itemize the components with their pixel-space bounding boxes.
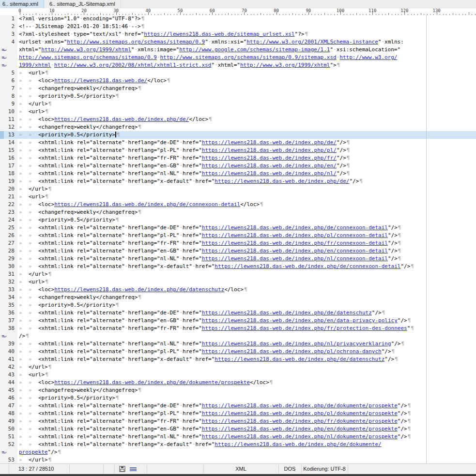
code-line-text[interactable]: »<url>¶ — [17, 69, 476, 77]
code-line-text[interactable]: »»<changefreq>weekly</changefreq>¶ — [17, 123, 476, 131]
url-link[interactable]: https://lewens218.das-web.de/index.php/e… — [202, 317, 398, 324]
code-line-text[interactable]: »»<xhtml:link·rel="alternate"·hreflang="… — [17, 348, 476, 356]
code-line-text[interactable]: »</url>¶ — [17, 363, 476, 371]
code-line-text[interactable]: »»<changefreq>weekly</changefreq>¶ — [17, 387, 476, 394]
code-line-text[interactable]: »</url>¶ — [17, 100, 476, 108]
code-line-text[interactable]: »»<loc>https://lewens218.das-web.de/inde… — [17, 201, 476, 208]
code-line-text[interactable]: »»<changefreq>weekly</changefreq>¶ — [17, 208, 476, 216]
url-link[interactable]: https://lewens218.das-web.de/index.php/n… — [202, 433, 398, 440]
url-link[interactable]: https://lewens218.das-web.de/index.php/d… — [215, 263, 400, 269]
url-link[interactable]: https://lewens218.das-web.de/index.php/p… — [202, 232, 388, 238]
code-line-text[interactable]: http://www.sitemaps.org/schemas/sitemap/… — [17, 54, 476, 61]
code-line-text[interactable]: »»<xhtml:link·rel="alternate"·hreflang="… — [17, 162, 476, 170]
code-line-text[interactable]: »»<xhtml:link·rel="alternate"·hreflang="… — [17, 255, 476, 263]
url-link[interactable]: http://www.w3.org/2001/XMLSchema-instanc… — [246, 39, 378, 45]
code-line-text[interactable]: »»<xhtml:link·rel="alternate"·hreflang="… — [17, 147, 476, 154]
code-line-text[interactable]: »»<xhtml:link·rel="alternate"·hreflang="… — [17, 325, 476, 332]
code-line-text[interactable]: »»<xhtml:link·rel="alternate"·hreflang="… — [17, 247, 476, 255]
url-link[interactable]: https://lewens218.das-web.de/index.php/d… — [54, 286, 224, 293]
url-link[interactable]: https://lewens218.das-web.de/index.php/e… — [202, 163, 337, 169]
url-link[interactable]: http://www.w3.org/2002/08/xhtml/xhtml1-s… — [54, 62, 212, 68]
code-line-text[interactable]: »»<loc>https://lewens218.das-web.de/inde… — [17, 286, 476, 294]
code-line-text[interactable]: <!--·JLSitemap·2021-01-20·18:51:46·-->¶ — [17, 23, 476, 30]
code-line-text[interactable]: />¶ — [17, 332, 476, 340]
code-line-text[interactable]: »<url>¶ — [17, 108, 476, 116]
code-line-text[interactable]: »»<loc>https://lewens218.das-web.de/</lo… — [17, 77, 476, 85]
url-link[interactable]: https://lewens218.das-web.de/index.php/d… — [202, 224, 388, 231]
code-line-text[interactable]: »»<xhtml:link·rel="alternate"·hreflang="… — [17, 417, 476, 425]
code-line-text[interactable]: »»<loc>https://lewens218.das-web.de/inde… — [17, 379, 476, 387]
tab-2[interactable]: 6.. sitemap_JL-Sitemap.xml — [44, 0, 121, 8]
url-link[interactable]: https://lewens218.das-web.de/index.php/d… — [215, 356, 384, 362]
code-line-text[interactable]: »»<xhtml:link·rel="alternate"·hreflang="… — [17, 224, 476, 232]
code-line-text[interactable]: »»<priority>0.5</priority>¶ — [17, 92, 476, 100]
url-link[interactable]: http://www.w3.org/1999/xhtml — [41, 46, 131, 53]
code-line-text[interactable]: <?xml-stylesheet·type="text/xsl"·href="h… — [17, 30, 476, 38]
code-line-text[interactable]: »</url>¶ — [17, 270, 476, 278]
code-line-text[interactable]: prospekte"/>¶ — [17, 448, 476, 456]
url-link[interactable]: prospekte — [19, 449, 48, 455]
url-link[interactable]: https://lewens218.das-web.de/index.php/p… — [202, 410, 398, 416]
url-link[interactable]: https://lewens218.das-web.de/index.php/p… — [202, 348, 382, 355]
code-line-text[interactable]: »»<changefreq>weekly</changefreq>¶ — [17, 294, 476, 301]
url-link[interactable]: http://www.sitemaps.org/schemas/sitemap/… — [19, 54, 157, 60]
code-line-text[interactable]: »»<xhtml:link·rel="alternate"·hreflang="… — [17, 402, 476, 410]
code-line-text[interactable]: »»<changefreq>weekly</changefreq>¶ — [17, 85, 476, 92]
url-link[interactable]: http://www.sitemaps.org/schemas/sitemap/… — [67, 39, 205, 45]
url-link[interactable]: https://lewens218.das-web.de/index.php/d… — [202, 402, 398, 409]
code-line-text[interactable]: »</url>¶ — [17, 185, 476, 193]
code-line-text[interactable]: »»<priority>0.5</priority>¶ — [17, 301, 476, 309]
code-line-text[interactable]: xhtml="http://www.w3.org/1999/xhtml"·xml… — [17, 46, 476, 54]
code-line-text[interactable]: »»<xhtml:link·rel="alternate"·hreflang="… — [17, 139, 476, 147]
code-line-text[interactable]: »»<xhtml:link·rel="alternate"·hreflang="… — [17, 309, 476, 317]
code-line-text[interactable]: »»<priority>0.5</priority>¶ — [17, 131, 476, 139]
url-link[interactable]: https://lewens218.das-web.de/index.php/d… — [202, 310, 372, 316]
code-line-text[interactable]: »<url>¶ — [17, 193, 476, 201]
code-line-text[interactable]: <?xml·version="1.0"·encoding="UTF-8"?>¶ — [17, 15, 476, 23]
code-line-text[interactable]: »»<xhtml:link·rel="alternate"·hreflang="… — [17, 239, 476, 247]
code-line-text[interactable]: »»<xhtml:link·rel="alternate"·hreflang="… — [17, 170, 476, 178]
url-link[interactable]: https://lewens218.das-web.de/index.php/d… — [54, 201, 240, 208]
url-link[interactable]: https://lewens218.das-web.de/index.php/e… — [202, 248, 388, 254]
url-link[interactable]: http://www.sitemaps.org/schemas/sitemap/… — [160, 54, 336, 60]
url-link[interactable]: 1999/xhtml — [19, 62, 51, 68]
code-line-text[interactable]: 1999/xhtml·http://www.w3.org/2002/08/xht… — [17, 61, 476, 69]
url-link[interactable]: https://lewens218.das-web.de/index.php/n… — [202, 170, 337, 177]
code-line-text[interactable]: »»<xhtml:link·rel="alternate"·hreflang="… — [17, 178, 476, 185]
code-editor[interactable]: 1<?xml·version="1.0"·encoding="UTF-8"?>¶… — [0, 15, 476, 463]
url-link[interactable]: http://www.google.com/schemas/sitemap-im… — [179, 46, 330, 53]
url-link[interactable]: https://lewens218.das-web.de/index.php/d… — [54, 116, 189, 122]
url-link[interactable]: https://lewens218.das-web.de/ — [54, 77, 147, 84]
code-line-text[interactable]: »»<xhtml:link·rel="alternate"·hreflang="… — [17, 410, 476, 417]
code-line-text[interactable]: »»<xhtml:link·rel="alternate"·hreflang="… — [17, 425, 476, 433]
url-link[interactable]: https://lewens218.das-web.de/index.php/e… — [202, 426, 398, 432]
url-link[interactable]: https://lewens218.das-web.de/index.php/n… — [202, 255, 388, 262]
code-line-text[interactable]: »»<xhtml:link·rel="alternate"·hreflang="… — [17, 263, 476, 270]
code-line-text[interactable]: <urlset·xmlns="http://www.sitemaps.org/s… — [17, 38, 476, 46]
tab-1-active[interactable]: 6.. sitemap.xml — [0, 0, 44, 8]
url-link[interactable]: https://lewens218.das-web.de/index.php/d… — [215, 441, 381, 447]
url-link[interactable]: https://lewens218.das-web.de/index.php/d… — [215, 178, 349, 184]
code-line-text[interactable]: »»<xhtml:link·rel="alternate"·hreflang="… — [17, 356, 476, 363]
url-link[interactable]: https://lewens218.das-web.de/index.php/n… — [202, 341, 391, 347]
code-line-text[interactable]: »»<priority>0.5</priority>¶ — [17, 394, 476, 402]
url-link[interactable]: https://lewens218.das-web.de/index.php/f… — [202, 418, 398, 424]
code-line-text[interactable]: »</url>¶ — [17, 456, 476, 464]
code-line-text[interactable]: »»<xhtml:link·rel="alternate"·hreflang="… — [17, 340, 476, 348]
code-line-text[interactable]: »<url>¶ — [17, 278, 476, 286]
code-line-text[interactable]: »»<xhtml:link·rel="alternate"·hreflang="… — [17, 441, 476, 448]
url-link[interactable]: https://lewens218.das-web.de/index.php/d… — [202, 139, 337, 146]
code-line-text[interactable]: »»<xhtml:link·rel="alternate"·hreflang="… — [17, 154, 476, 162]
code-line-text[interactable]: »»<priority>0.5</priority>¶ — [17, 216, 476, 224]
code-line-text[interactable]: »»<xhtml:link·rel="alternate"·hreflang="… — [17, 433, 476, 441]
url-link[interactable]: https://lewens218.das-web.de/sitemap_url… — [144, 31, 294, 37]
code-line-text[interactable]: »»<xhtml:link·rel="alternate"·hreflang="… — [17, 232, 476, 239]
code-line-text[interactable]: »<url>¶ — [17, 371, 476, 379]
url-link[interactable]: https://lewens218.das-web.de/index.php/f… — [202, 155, 337, 161]
url-link[interactable]: https://lewens218.das-web.de/index.php/d… — [54, 379, 250, 386]
url-link[interactable]: http://www.w3.org/ — [339, 54, 397, 60]
url-link[interactable]: https://lewens218.das-web.de/index.php/p… — [202, 147, 337, 153]
url-link[interactable]: https://lewens218.das-web.de/index.php/f… — [202, 240, 388, 246]
url-link[interactable]: http://www.w3.org/1999/xhtml — [240, 62, 330, 68]
code-line-text[interactable]: »»<loc>https://lewens218.das-web.de/inde… — [17, 116, 476, 123]
